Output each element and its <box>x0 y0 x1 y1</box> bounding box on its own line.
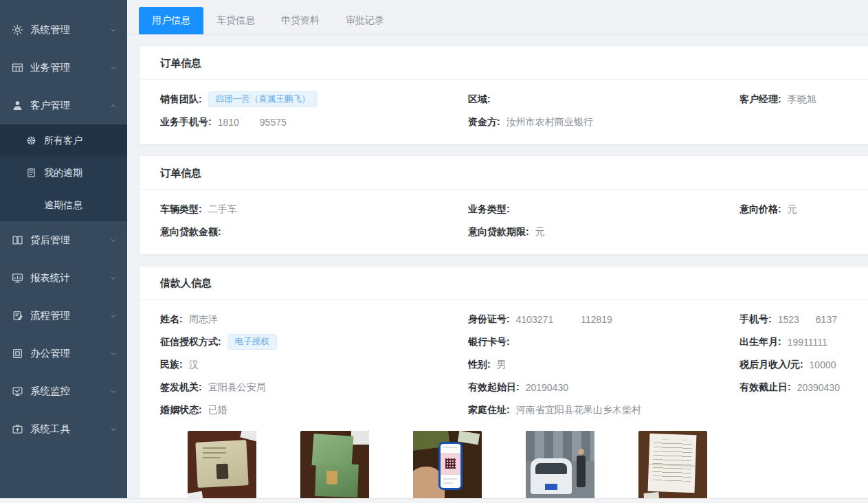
field-credit-auth-method: 征信授权方式: 电子授权 <box>160 334 468 350</box>
sidebar-item-business-mgmt[interactable]: 业务管理 <box>0 49 127 87</box>
sidebar: 系统管理 业务管理 客户管理 所有客户 我的逾期 逾期信息 贷后管理 报表统计 <box>0 0 127 499</box>
sidebar-item-post-loan-mgmt[interactable]: 贷后管理 <box>0 221 127 259</box>
sidebar-item-system-tools[interactable]: 系统工具 <box>0 410 127 448</box>
chevron-down-icon <box>109 388 118 396</box>
notebook-icon <box>25 167 37 179</box>
field-label: 意向价格: <box>739 203 781 216</box>
field-label: 税后月收入/元: <box>739 359 803 371</box>
field-value: 河南省宜阳县花果山乡木柴村 <box>516 404 641 416</box>
photo-person-with-car[interactable] <box>526 431 594 500</box>
field-value: 汝州市农村商业银行 <box>507 116 593 128</box>
tab-approval-records[interactable]: 审批记录 <box>333 7 397 34</box>
field-label: 客户经理: <box>739 93 781 106</box>
card-title: 订单信息 <box>140 46 868 80</box>
field-label: 区域: <box>468 93 491 106</box>
field-label: 业务手机号: <box>160 116 212 128</box>
tab-car-loan-info[interactable]: 车贷信息 <box>203 7 268 34</box>
sidebar-item-all-customers[interactable]: 所有客户 <box>0 124 127 157</box>
sidebar-item-process-mgmt[interactable]: 流程管理 <box>0 297 127 335</box>
photo-item: 驾驶证照片 <box>300 431 369 503</box>
tab-loan-application-docs[interactable]: 申贷资料 <box>268 7 333 34</box>
field-value: 元 <box>788 203 797 216</box>
sidebar-item-label: 办公管理 <box>30 347 109 360</box>
field-label: 银行卡号: <box>468 336 510 348</box>
field-valid-to: 有效截止日: 20390430 <box>739 381 851 394</box>
wheel-icon <box>25 135 37 147</box>
sidebar-item-report-stats[interactable]: 报表统计 <box>0 259 127 297</box>
field-ethnicity: 民族: 汉 <box>160 359 468 371</box>
sidebar-item-my-overdue[interactable]: 我的逾期 <box>0 157 127 189</box>
tab-bar: 用户信息 车贷信息 申贷资料 审批记录 <box>127 0 868 35</box>
photo-id-card[interactable] <box>188 431 256 500</box>
toolbox-icon <box>11 423 23 436</box>
sidebar-item-customer-mgmt[interactable]: 客户管理 <box>0 87 127 124</box>
clipboard-icon <box>11 310 23 322</box>
chevron-down-icon <box>109 425 118 434</box>
field-label: 资金方: <box>468 116 500 128</box>
sidebar-item-label: 业务管理 <box>30 61 109 74</box>
field-label: 姓名: <box>160 313 183 326</box>
field-mobile-phone: 手机号: 15236137 <box>739 313 851 326</box>
chevron-down-icon <box>109 274 118 282</box>
user-icon <box>11 100 23 112</box>
field-valid-from: 有效起始日: 20190430 <box>468 381 739 394</box>
field-value: 19911111 <box>788 337 827 348</box>
credit-auth-tag[interactable]: 电子授权 <box>227 334 277 350</box>
photo-paper-document[interactable] <box>638 431 707 500</box>
field-label: 民族: <box>160 359 183 371</box>
field-intent-price: 意向价格: 元 <box>739 203 851 216</box>
field-intent-loan-term: 意向贷款期限: 元 <box>468 226 739 238</box>
sidebar-item-label: 我的逾期 <box>44 167 82 179</box>
sidebar-item-label: 系统工具 <box>30 423 109 436</box>
customer-mgmt-submenu: 所有客户 我的逾期 逾期信息 <box>0 124 127 221</box>
field-value: 181095575 <box>218 117 287 128</box>
field-value: 20190430 <box>526 382 568 393</box>
field-value: 4103271112819 <box>516 314 612 325</box>
field-label: 意向贷款期限: <box>468 226 529 238</box>
field-value: 15236137 <box>778 314 837 325</box>
field-label: 手机号: <box>739 313 772 326</box>
field-business-phone: 业务手机号: 181095575 <box>160 116 468 128</box>
chevron-down-icon <box>109 350 118 358</box>
field-label: 性别: <box>468 359 491 371</box>
window-bottom-strip <box>0 498 868 503</box>
sidebar-item-label: 客户管理 <box>30 99 109 112</box>
field-intent-loan-amount: 意向贷款金额: <box>160 226 468 238</box>
photo-license-booklet[interactable] <box>300 431 369 500</box>
sidebar-item-office-mgmt[interactable]: 办公管理 <box>0 335 127 372</box>
photo-phone-qr-code[interactable] <box>413 431 482 500</box>
sidebar-item-system-mgmt[interactable]: 系统管理 <box>0 11 127 49</box>
field-monthly-income: 税后月收入/元: 10000 <box>739 359 851 371</box>
sidebar-item-overdue-info[interactable]: 逾期信息 <box>0 189 127 221</box>
field-label: 车辆类型: <box>160 203 202 216</box>
photo-item: 征信报告 <box>413 431 482 503</box>
monitor-icon <box>11 272 23 284</box>
field-bank-card-number: 银行卡号: <box>468 336 739 348</box>
field-marital-status: 婚姻状态: 已婚 <box>160 404 468 416</box>
field-home-address: 家庭住址: 河南省宜阳县花果山乡木柴村 <box>468 404 739 416</box>
sidebar-item-label: 流程管理 <box>30 309 109 322</box>
sales-team-tag[interactable]: 四团一营（直属王鹏飞） <box>208 91 318 107</box>
field-label: 征信授权方式: <box>160 336 221 348</box>
field-value: 已婚 <box>208 404 227 416</box>
tab-user-info[interactable]: 用户信息 <box>139 7 203 34</box>
monitor-check-icon <box>11 385 23 398</box>
field-label: 业务类型: <box>468 203 510 216</box>
field-customer-manager: 客户经理: 李晓旭 <box>739 93 851 106</box>
field-birth-date: 出生年月: 19911111 <box>739 336 851 348</box>
redaction-block <box>553 315 581 324</box>
book-icon <box>11 234 23 247</box>
order-info-card-2: 订单信息 车辆类型: 二手车 业务类型: 意向价格: 元 意向贷款金额: <box>139 155 868 255</box>
chevron-down-icon <box>109 312 118 320</box>
field-name: 姓名: 周志洋 <box>160 313 468 326</box>
field-value: 10000 <box>810 359 836 370</box>
order-info-card-1: 订单信息 销售团队: 四团一营（直属王鹏飞） 区域: 客户经理: 李晓旭 业务手 <box>139 45 868 145</box>
field-value: 二手车 <box>208 203 237 216</box>
chevron-down-icon <box>109 64 118 72</box>
sidebar-item-label: 贷后管理 <box>30 234 109 247</box>
sidebar-item-system-monitor[interactable]: 系统监控 <box>0 372 127 410</box>
field-region: 区域: <box>468 93 739 106</box>
sidebar-item-label: 报表统计 <box>30 271 109 284</box>
card-title: 借款人信息 <box>140 266 868 300</box>
field-label: 有效起始日: <box>468 381 520 394</box>
